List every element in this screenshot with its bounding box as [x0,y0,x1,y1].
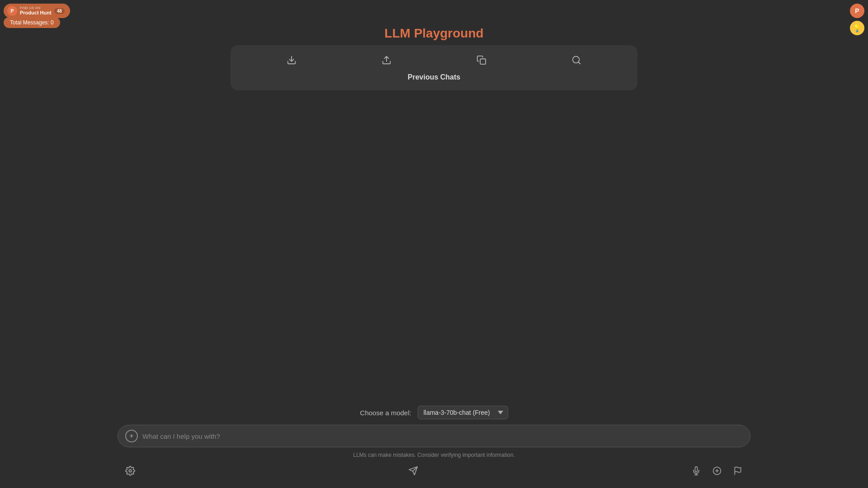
page-title: LLM Playground [384,26,483,41]
add-attachment-button[interactable]: + [125,430,138,442]
product-hunt-find-text: FIND US ON [20,6,52,10]
svg-rect-2 [480,59,486,64]
product-hunt-name: Product Hunt [20,10,52,15]
previous-chats-label: Previous Chats [408,73,460,81]
toolbar-icons [244,53,624,67]
bottom-action-row [118,463,750,479]
chat-input[interactable] [142,432,743,440]
bulb-icon[interactable]: 💡 [850,21,864,35]
disclaimer-text: LLMs can make mistakes. Consider verifyi… [118,452,750,458]
product-hunt-badge[interactable]: P FIND US ON Product Hunt 48 [4,4,70,18]
bottom-right-buttons [688,463,746,479]
send-button[interactable] [405,463,421,479]
product-hunt-count: 48 [54,8,65,14]
chat-input-row: + [118,425,750,447]
bottom-area: Choose a model: llama-3-70b-chat (Free) … [118,406,750,488]
add-button[interactable] [709,463,725,479]
upload-button[interactable] [378,53,395,67]
settings-button[interactable] [122,463,138,479]
svg-point-5 [129,469,132,472]
copy-button[interactable] [473,53,490,67]
model-selector-row: Choose a model: llama-3-70b-chat (Free) … [118,406,750,419]
total-messages-badge[interactable]: Total Messages: 0 [4,17,60,28]
microphone-button[interactable] [688,463,704,479]
model-selector[interactable]: llama-3-70b-chat (Free) llama-3-8b-chat … [418,406,508,419]
model-selector-label: Choose a model: [360,409,411,417]
notification-icon[interactable]: P [850,4,864,18]
search-button[interactable] [568,53,585,67]
product-hunt-logo: P [7,6,17,16]
top-right-panel: P 💡 [846,0,868,39]
svg-line-4 [578,62,580,64]
rocket-button[interactable] [730,463,746,479]
toolbar-container: Previous Chats [231,45,637,90]
download-button[interactable] [283,53,300,67]
